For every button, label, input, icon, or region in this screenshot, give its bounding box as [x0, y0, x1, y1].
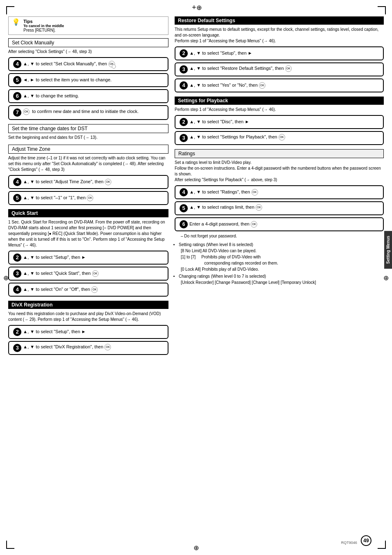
step-2e-text: ▲, ▼ to select "Setup", then ►: [189, 50, 379, 56]
divx-step-2: 2 ▲, ▼ to select "Setup", then ►: [8, 325, 168, 339]
playback-step-3: 3 ▲, ▼ to select "Settings for Playback"…: [175, 131, 384, 145]
step-num-3c: 3: [13, 269, 21, 278]
step-4c-text: ▲, ▼ to select "On" or "Off", then OK: [23, 286, 164, 293]
ratings-step-5: 5 ▲, ▼ to select ratings limit, then OK: [175, 201, 384, 215]
quick-start-desc: 1 Sec. Quick Start for Recording on DVD-…: [8, 219, 168, 248]
dst-section: Set the time change dates for DST Set th…: [8, 124, 168, 140]
adjust-tz-desc: Adjust the time zone (–1 or 1) if it was…: [8, 155, 168, 173]
restore-header: Restore Default Settings: [175, 16, 384, 25]
step-num-3e: 3: [180, 65, 188, 74]
adjust-tz-step-4: 4 ▲, ▼ to select "Adjust Time Zone", the…: [8, 175, 168, 189]
step-num-4c: 4: [13, 286, 21, 294]
ratings-header: Ratings: [175, 149, 384, 158]
ratings-step-4: 4 ▲, ▼ to select "Ratings", then OK: [175, 185, 384, 199]
set-clock-section: Set Clock Manually After selecting "Cloc…: [8, 38, 168, 120]
step-num-4g: 4: [180, 188, 188, 196]
step-num-7a: 7: [13, 108, 21, 117]
crosshair-top: ⊕: [192, 3, 200, 12]
step-num-3f: 3: [180, 134, 188, 142]
adjust-tz-header: Adjust Time Zone: [8, 145, 168, 154]
step-num-2c: 2: [13, 253, 21, 262]
tips-content: Tips To cancel in the middle Press [RETU…: [23, 19, 64, 32]
right-column: Restore Default Settings This returns Se…: [175, 16, 384, 522]
step-5g-text: ▲, ▼ to select ratings limit, then OK: [189, 204, 379, 211]
tips-cancel-label: To cancel in the middle: [23, 24, 64, 28]
step-num-4e: 4: [180, 81, 188, 90]
playback-section: Settings for Playback Perform step 1 of …: [175, 97, 384, 145]
step-6g-text: Enter a 4-digit password, then OK: [189, 221, 379, 228]
step-3e-text: ▲, ▼ to select "Restore Default Settings…: [189, 65, 379, 72]
step-num-2e: 2: [180, 49, 188, 58]
playback-header: Settings for Playback: [175, 97, 384, 105]
main-content: 💡 Tips To cancel in the middle Press [RE…: [8, 16, 384, 522]
step-num-5b: 5: [13, 194, 21, 202]
divx-step-3: 3 ▲, ▼ to select "DivX Registration", th…: [8, 341, 168, 355]
step-num-4a: 4: [13, 60, 21, 68]
step-num-5a: 5: [13, 76, 21, 84]
tips-box: 💡 Tips To cancel in the middle Press [RE…: [8, 16, 168, 35]
ratings-bullets: Setting ratings (When level 8 is selecte…: [175, 242, 384, 286]
dst-header: Set the time change dates for DST: [8, 124, 168, 133]
restore-step-3: 3 ▲, ▼ to select "Restore Default Settin…: [175, 62, 384, 76]
playback-step-2: 2 ▲, ▼ to select "Disc", then ►: [175, 115, 384, 129]
product-code: RQT9046: [341, 541, 357, 545]
quick-start-section: Quick Start 1 Sec. Quick Start for Recor…: [8, 209, 168, 297]
set-clock-step-6: 6 ▲, ▼ to change the setting.: [8, 89, 168, 103]
quick-start-step-4: 4 ▲, ▼ to select "On" or "Off", then OK: [8, 283, 168, 297]
dst-desc: Set the beginning and end dates for DST …: [8, 135, 168, 140]
restore-step-2: 2 ▲, ▼ to select "Setup", then ►: [175, 46, 384, 60]
step-2f-text: ▲, ▼ to select "Disc", then ►: [189, 119, 379, 125]
corner-mark-tl: [6, 6, 14, 14]
divx-desc: You need this registration code to purch…: [8, 311, 168, 322]
step-2c-text: ▲, ▼ to select "Setup", then ►: [23, 254, 164, 260]
ratings-desc: Set a ratings level to limit DVD-Video p…: [175, 160, 384, 183]
step-4a-text: ▲, ▼ to select "Set Clock Manually", the…: [23, 61, 164, 67]
left-column: 💡 Tips To cancel in the middle Press [RE…: [8, 16, 168, 522]
step-4b-text: ▲, ▼ to select "Adjust Time Zone", then …: [23, 179, 164, 185]
step-3d-text: ▲, ▼ to select "DivX Registration", then…: [23, 344, 164, 350]
step-4g-text: ▲, ▼ to select "Ratings", then OK: [189, 189, 379, 196]
side-tab: Setting Menus: [384, 231, 392, 269]
ratings-section: Ratings Set a ratings level to limit DVD…: [175, 149, 384, 286]
step-5a-text: ◄, ► to select the item you want to chan…: [23, 77, 164, 83]
adjust-tz-step-5: 5 ▲, ▼ to select "–1" or "1", then OK: [8, 191, 168, 205]
step-6a-text: ▲, ▼ to change the setting.: [23, 93, 164, 99]
step-2d-text: ▲, ▼ to select "Setup", then ►: [23, 329, 164, 335]
tips-icon: 💡: [12, 19, 20, 25]
playback-desc: Perform step 1 of "Accessing the Setup M…: [175, 107, 384, 113]
step-7a-text: OK to confirm new date and time and to i…: [23, 108, 164, 115]
crosshair-left: ⊕: [3, 274, 9, 281]
crosshair-bottom: ⊕: [194, 544, 199, 552]
step-4e-text: ▲, ▼ to select "Yes" or "No", then OK: [189, 82, 379, 89]
set-clock-step-4: 4 ▲, ▼ to select "Set Clock Manually", t…: [8, 57, 168, 71]
step-num-4b: 4: [13, 178, 21, 186]
step-5b-text: ▲, ▼ to select "–1" or "1", then OK: [23, 195, 164, 201]
adjust-tz-section: Adjust Time Zone Adjust the time zone (–…: [8, 145, 168, 205]
tips-title: Tips: [23, 19, 64, 24]
step-num-2f: 2: [180, 118, 188, 126]
ratings-note: – Do not forget your password.: [175, 233, 384, 239]
restore-step-4: 4 ▲, ▼ to select "Yes" or "No", then OK: [175, 78, 384, 92]
step-num-5g: 5: [180, 204, 188, 212]
divx-header: DivX Registration: [8, 301, 168, 309]
tips-cancel-text: Press [RETURN].: [23, 28, 64, 32]
quick-start-header: Quick Start: [8, 209, 168, 217]
step-num-2d: 2: [13, 328, 21, 336]
corner-mark-tr: [378, 6, 386, 14]
page-container: ⊕ ⊕ ⊕ ⊕ Setting Menus 49 RQT9046 💡 Tips …: [0, 0, 392, 555]
restore-desc: This returns Setup menus to default sett…: [175, 27, 384, 44]
crosshair-right: ⊕: [383, 274, 389, 281]
restore-section: Restore Default Settings This returns Se…: [175, 16, 384, 92]
set-clock-desc: After selecting "Clock Settings" (→ 48, …: [8, 49, 168, 55]
corner-mark-bl: [6, 541, 14, 549]
set-clock-step-7: 7 OK to confirm new date and time and to…: [8, 105, 168, 120]
corner-mark-br: [378, 541, 386, 549]
divx-section: DivX Registration You need this registra…: [8, 301, 168, 355]
step-3c-text: ▲, ▼ to select "Quick Start", then OK: [23, 270, 164, 277]
step-num-6g: 6: [180, 220, 188, 228]
quick-start-step-3: 3 ▲, ▼ to select "Quick Start", then OK: [8, 267, 168, 281]
step-num-6a: 6: [13, 92, 21, 100]
page-number: 49: [361, 535, 371, 546]
ratings-step-6: 6 Enter a 4-digit password, then OK: [175, 217, 384, 231]
set-clock-step-5: 5 ◄, ► to select the item you want to ch…: [8, 73, 168, 87]
